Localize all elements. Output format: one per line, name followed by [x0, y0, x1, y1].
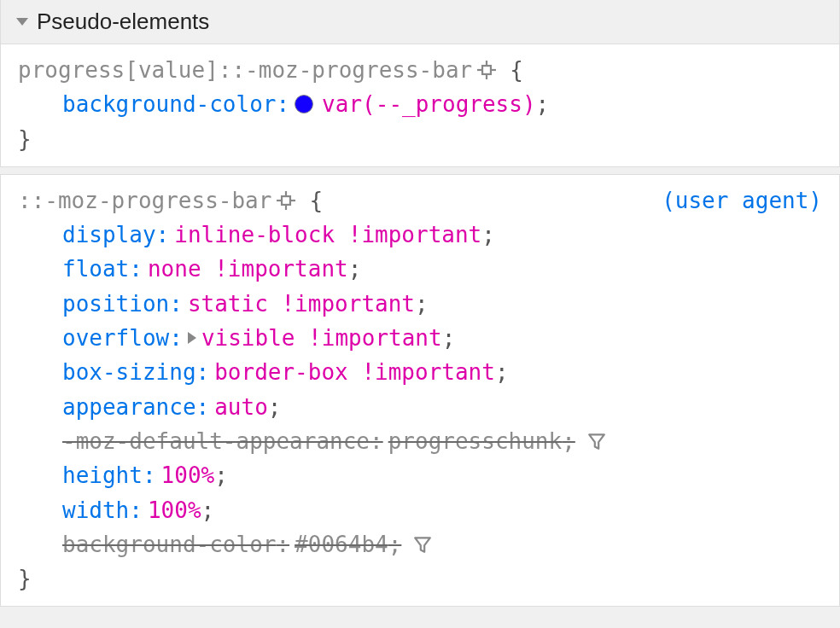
- property-value[interactable]: static !important: [188, 287, 415, 321]
- section-title: Pseudo-elements: [37, 9, 209, 35]
- close-brace: }: [18, 561, 822, 596]
- open-brace: {: [510, 53, 523, 87]
- expand-shorthand-icon[interactable]: [188, 332, 196, 344]
- property-value[interactable]: 100%: [148, 493, 201, 527]
- property-value[interactable]: auto: [214, 390, 268, 424]
- declaration[interactable]: float: none !important;: [18, 252, 822, 286]
- css-rule: ::-moz-progress-bar { (user agent) displ…: [0, 174, 840, 608]
- property-value[interactable]: #0064b4: [295, 527, 388, 561]
- css-rule: progress[value]::-moz-progress-bar { bac…: [0, 44, 840, 167]
- declaration[interactable]: width: 100%;: [18, 493, 822, 527]
- declaration[interactable]: background-color: var(--_progress);: [18, 87, 822, 121]
- property-value[interactable]: border-box !important: [214, 355, 495, 389]
- declaration[interactable]: display: inline-block !important;: [18, 218, 822, 252]
- property-value[interactable]: 100%: [161, 458, 215, 492]
- property-name[interactable]: background-color: [62, 87, 276, 121]
- property-value[interactable]: var(--_progress): [322, 87, 535, 121]
- property-name[interactable]: -moz-default-appearance: [62, 424, 370, 458]
- property-name[interactable]: height: [62, 458, 143, 492]
- property-name[interactable]: display: [62, 218, 156, 252]
- property-name[interactable]: appearance: [62, 390, 196, 424]
- filter-icon[interactable]: [413, 535, 432, 554]
- property-name[interactable]: overflow: [62, 321, 169, 355]
- property-value[interactable]: visible !important: [201, 321, 442, 355]
- highlight-selector-icon[interactable]: [277, 191, 295, 210]
- property-name[interactable]: position: [62, 287, 169, 321]
- section-header-pseudo-elements[interactable]: Pseudo-elements: [0, 0, 840, 44]
- css-selector[interactable]: progress[value]::-moz-progress-bar: [18, 53, 472, 87]
- declaration[interactable]: position: static !important;: [18, 287, 822, 321]
- declaration[interactable]: overflow: visible !important;: [18, 321, 822, 355]
- declaration-overridden[interactable]: -moz-default-appearance: progresschunk;: [18, 424, 822, 458]
- declaration[interactable]: height: 100%;: [18, 458, 822, 492]
- color-swatch-icon[interactable]: [295, 95, 313, 113]
- property-value[interactable]: none !important: [148, 252, 348, 286]
- declaration[interactable]: box-sizing: border-box !important;: [18, 355, 822, 389]
- property-name[interactable]: background-color: [62, 527, 276, 561]
- property-name[interactable]: box-sizing: [62, 355, 196, 389]
- property-value[interactable]: progresschunk: [388, 424, 563, 458]
- property-value[interactable]: inline-block !important: [174, 218, 481, 252]
- stylesheet-source[interactable]: (user agent): [662, 183, 822, 218]
- property-name[interactable]: float: [62, 252, 129, 286]
- styles-panel: Pseudo-elements progress[value]::-moz-pr…: [0, 0, 840, 607]
- highlight-selector-icon[interactable]: [477, 61, 496, 79]
- close-brace: }: [18, 122, 822, 156]
- css-selector[interactable]: ::-moz-progress-bar: [18, 183, 271, 218]
- caret-down-icon: [16, 18, 28, 26]
- property-name[interactable]: width: [62, 493, 129, 527]
- filter-icon[interactable]: [587, 432, 606, 451]
- svg-rect-5: [282, 196, 290, 205]
- declaration-overridden[interactable]: background-color: #0064b4;: [18, 527, 822, 561]
- open-brace: {: [309, 183, 323, 218]
- svg-rect-0: [482, 66, 491, 74]
- declaration[interactable]: appearance: auto;: [18, 390, 822, 424]
